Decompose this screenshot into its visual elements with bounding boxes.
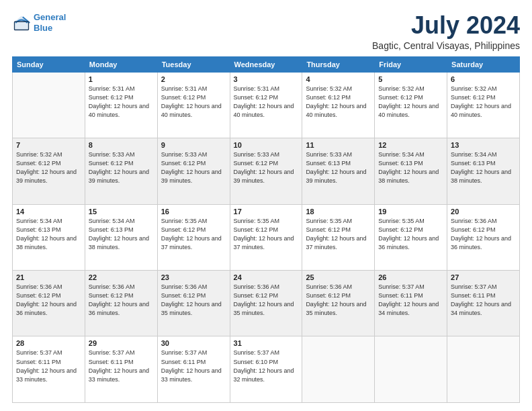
day-info: Sunrise: 5:37 AMSunset: 6:11 PMDaylight:… (378, 283, 443, 318)
calendar-header-row: Sunday Monday Tuesday Wednesday Thursday… (13, 56, 520, 72)
day-number: 18 (306, 208, 371, 216)
day-number: 8 (89, 141, 154, 149)
table-row: 2Sunrise: 5:31 AMSunset: 6:12 PMDaylight… (157, 72, 230, 138)
day-number: 19 (378, 208, 443, 216)
table-row: 31Sunrise: 5:37 AMSunset: 6:10 PMDayligh… (230, 336, 302, 403)
day-info: Sunrise: 5:36 AMSunset: 6:12 PMDaylight:… (89, 283, 154, 318)
table-row: 19Sunrise: 5:35 AMSunset: 6:12 PMDayligh… (375, 204, 447, 270)
day-info: Sunrise: 5:36 AMSunset: 6:12 PMDaylight:… (161, 283, 226, 318)
header-wednesday: Wednesday (230, 56, 302, 72)
logo: General Blue (12, 12, 66, 33)
table-row: 16Sunrise: 5:35 AMSunset: 6:12 PMDayligh… (157, 204, 230, 270)
day-info: Sunrise: 5:37 AMSunset: 6:11 PMDaylight:… (161, 349, 226, 383)
table-row: 3Sunrise: 5:31 AMSunset: 6:12 PMDaylight… (230, 72, 302, 138)
logo-text: General Blue (34, 12, 66, 33)
logo-line1: General (34, 12, 66, 22)
calendar-week-row: 14Sunrise: 5:34 AMSunset: 6:13 PMDayligh… (13, 204, 520, 270)
table-row: 15Sunrise: 5:34 AMSunset: 6:13 PMDayligh… (85, 204, 157, 270)
table-row: 20Sunrise: 5:36 AMSunset: 6:12 PMDayligh… (447, 204, 520, 270)
table-row: 27Sunrise: 5:37 AMSunset: 6:11 PMDayligh… (447, 271, 520, 336)
day-number: 24 (234, 273, 299, 281)
day-number: 25 (306, 273, 371, 281)
header-friday: Friday (375, 56, 447, 72)
day-number: 1 (89, 75, 154, 83)
table-row: 23Sunrise: 5:36 AMSunset: 6:12 PMDayligh… (157, 271, 230, 336)
day-info: Sunrise: 5:35 AMSunset: 6:12 PMDaylight:… (161, 217, 226, 252)
day-info: Sunrise: 5:36 AMSunset: 6:12 PMDaylight:… (234, 283, 299, 318)
table-row (375, 336, 447, 403)
day-info: Sunrise: 5:32 AMSunset: 6:12 PMDaylight:… (306, 85, 371, 120)
day-info: Sunrise: 5:35 AMSunset: 6:12 PMDaylight:… (234, 217, 299, 252)
day-number: 28 (16, 339, 81, 347)
day-info: Sunrise: 5:35 AMSunset: 6:12 PMDaylight:… (306, 217, 371, 252)
table-row: 18Sunrise: 5:35 AMSunset: 6:12 PMDayligh… (302, 204, 375, 270)
calendar-week-row: 1Sunrise: 5:31 AMSunset: 6:12 PMDaylight… (13, 72, 520, 138)
day-number: 2 (161, 75, 226, 83)
table-row: 14Sunrise: 5:34 AMSunset: 6:13 PMDayligh… (13, 204, 85, 270)
table-row: 17Sunrise: 5:35 AMSunset: 6:12 PMDayligh… (230, 204, 302, 270)
day-number: 31 (234, 339, 299, 347)
table-row: 6Sunrise: 5:32 AMSunset: 6:12 PMDaylight… (447, 72, 520, 138)
day-number: 17 (234, 208, 299, 216)
day-info: Sunrise: 5:34 AMSunset: 6:13 PMDaylight:… (89, 217, 154, 252)
day-info: Sunrise: 5:37 AMSunset: 6:11 PMDaylight:… (16, 349, 81, 383)
month-title: July 2024 (372, 12, 520, 39)
header: General Blue July 2024 Bagtic, Central V… (12, 12, 520, 51)
day-number: 13 (451, 141, 516, 149)
header-monday: Monday (85, 56, 157, 72)
table-row: 13Sunrise: 5:34 AMSunset: 6:13 PMDayligh… (447, 138, 520, 204)
day-info: Sunrise: 5:37 AMSunset: 6:11 PMDaylight:… (89, 349, 154, 383)
table-row (447, 336, 520, 403)
table-row: 30Sunrise: 5:37 AMSunset: 6:11 PMDayligh… (157, 336, 230, 403)
day-number: 10 (234, 141, 299, 149)
table-row: 21Sunrise: 5:36 AMSunset: 6:12 PMDayligh… (13, 271, 85, 336)
day-number: 21 (16, 273, 81, 281)
day-number: 20 (451, 208, 516, 216)
day-info: Sunrise: 5:31 AMSunset: 6:12 PMDaylight:… (161, 85, 226, 120)
day-number: 6 (451, 75, 516, 83)
day-info: Sunrise: 5:36 AMSunset: 6:12 PMDaylight:… (306, 283, 371, 318)
day-number: 26 (378, 273, 443, 281)
table-row: 25Sunrise: 5:36 AMSunset: 6:12 PMDayligh… (302, 271, 375, 336)
table-row: 8Sunrise: 5:33 AMSunset: 6:12 PMDaylight… (85, 138, 157, 204)
day-number: 4 (306, 75, 371, 83)
header-sunday: Sunday (13, 56, 85, 72)
day-number: 7 (16, 141, 81, 149)
table-row: 12Sunrise: 5:34 AMSunset: 6:13 PMDayligh… (375, 138, 447, 204)
day-info: Sunrise: 5:33 AMSunset: 6:12 PMDaylight:… (234, 150, 299, 185)
day-info: Sunrise: 5:36 AMSunset: 6:12 PMDaylight:… (451, 217, 516, 252)
table-row: 7Sunrise: 5:32 AMSunset: 6:12 PMDaylight… (13, 138, 85, 204)
title-block: July 2024 Bagtic, Central Visayas, Phili… (372, 12, 520, 51)
table-row: 22Sunrise: 5:36 AMSunset: 6:12 PMDayligh… (85, 271, 157, 336)
day-info: Sunrise: 5:32 AMSunset: 6:12 PMDaylight:… (378, 85, 443, 120)
day-info: Sunrise: 5:33 AMSunset: 6:13 PMDaylight:… (306, 150, 371, 185)
day-number: 23 (161, 273, 226, 281)
header-saturday: Saturday (447, 56, 520, 72)
day-number: 30 (161, 339, 226, 347)
day-info: Sunrise: 5:32 AMSunset: 6:12 PMDaylight:… (16, 150, 81, 185)
table-row: 4Sunrise: 5:32 AMSunset: 6:12 PMDaylight… (302, 72, 375, 138)
header-thursday: Thursday (302, 56, 375, 72)
table-row: 11Sunrise: 5:33 AMSunset: 6:13 PMDayligh… (302, 138, 375, 204)
table-row: 10Sunrise: 5:33 AMSunset: 6:12 PMDayligh… (230, 138, 302, 204)
table-row: 1Sunrise: 5:31 AMSunset: 6:12 PMDaylight… (85, 72, 157, 138)
day-number: 5 (378, 75, 443, 83)
table-row: 28Sunrise: 5:37 AMSunset: 6:11 PMDayligh… (13, 336, 85, 403)
day-number: 22 (89, 273, 154, 281)
calendar-week-row: 7Sunrise: 5:32 AMSunset: 6:12 PMDaylight… (13, 138, 520, 204)
day-number: 29 (89, 339, 154, 347)
table-row (13, 72, 85, 138)
table-row: 26Sunrise: 5:37 AMSunset: 6:11 PMDayligh… (375, 271, 447, 336)
day-info: Sunrise: 5:31 AMSunset: 6:12 PMDaylight:… (234, 85, 299, 120)
day-info: Sunrise: 5:32 AMSunset: 6:12 PMDaylight:… (451, 85, 516, 120)
day-info: Sunrise: 5:37 AMSunset: 6:10 PMDaylight:… (234, 349, 299, 383)
day-number: 27 (451, 273, 516, 281)
calendar-week-row: 28Sunrise: 5:37 AMSunset: 6:11 PMDayligh… (13, 336, 520, 403)
day-info: Sunrise: 5:34 AMSunset: 6:13 PMDaylight:… (16, 217, 81, 252)
logo-line2: Blue (34, 23, 52, 33)
table-row: 9Sunrise: 5:33 AMSunset: 6:12 PMDaylight… (157, 138, 230, 204)
day-number: 11 (306, 141, 371, 149)
day-info: Sunrise: 5:31 AMSunset: 6:12 PMDaylight:… (89, 85, 154, 120)
table-row: 5Sunrise: 5:32 AMSunset: 6:12 PMDaylight… (375, 72, 447, 138)
day-info: Sunrise: 5:35 AMSunset: 6:12 PMDaylight:… (378, 217, 443, 252)
